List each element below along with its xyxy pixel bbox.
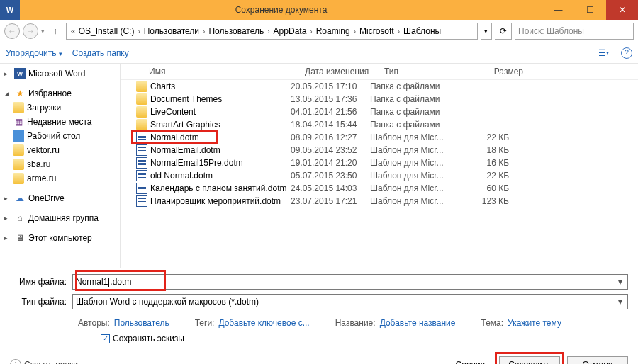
file-row[interactable]: Планировщик мероприятий.dotm23.07.2015 1… xyxy=(121,195,638,207)
file-row[interactable]: Document Themes13.05.2015 17:36Папка с ф… xyxy=(121,93,638,106)
window-title: Сохранение документа xyxy=(20,5,542,15)
filename-input[interactable]: Normal1.dotm ▾ xyxy=(72,274,628,290)
sidebar-item-thispc[interactable]: ▸🖥Этот компьютер xyxy=(0,231,120,245)
sidebar-item-desktop[interactable]: Рабочий стол xyxy=(0,129,120,143)
file-type: Папка с файлами xyxy=(370,120,459,130)
sidebar-item-homegroup[interactable]: ▸⌂Домашняя группа xyxy=(0,211,120,225)
maximize-button[interactable]: ☐ xyxy=(574,0,606,20)
column-name[interactable]: Имя xyxy=(149,67,305,76)
authors-label: Авторы: xyxy=(78,318,110,328)
topic-value[interactable]: Укажите тему xyxy=(508,318,561,328)
sidebar-item-downloads[interactable]: Загрузки xyxy=(0,101,120,115)
file-name: NormalEmail.dotm xyxy=(150,145,220,155)
chevron-down-icon[interactable]: ▾ xyxy=(615,276,626,288)
file-type: Шаблон для Micr... xyxy=(370,132,459,142)
sidebar-item-arme[interactable]: arme.ru xyxy=(0,171,120,186)
word-app-icon: W xyxy=(0,0,20,20)
tags-value[interactable]: Добавьте ключевое с... xyxy=(218,318,309,328)
change-view-button[interactable]: ☰ ▾ xyxy=(595,45,611,61)
column-size[interactable]: Размер xyxy=(474,67,523,76)
breadcrumb[interactable]: « OS_Install (C:)› Пользователи› Пользов… xyxy=(66,23,478,40)
authors-value[interactable]: Пользователь xyxy=(114,318,169,328)
breadcrumb-seg-6[interactable]: Шаблоны xyxy=(402,26,442,36)
topic-label: Тема: xyxy=(481,318,504,328)
chevron-right-icon: › xyxy=(396,28,402,35)
new-folder-button[interactable]: Создать папку xyxy=(72,48,129,58)
folder-icon xyxy=(13,102,24,113)
document-icon xyxy=(136,170,147,181)
chevron-right-icon: › xyxy=(265,28,272,35)
save-button[interactable]: Сохранить xyxy=(499,356,560,364)
chevron-down-icon[interactable]: ▾ xyxy=(615,296,626,307)
cancel-button[interactable]: Отмена xyxy=(567,356,628,364)
chevron-up-icon: ˄ xyxy=(10,359,21,364)
nav-forward-button[interactable]: → xyxy=(23,23,38,39)
file-row[interactable]: SmartArt Graphics18.04.2014 15:44Папка с… xyxy=(121,118,638,131)
refresh-button[interactable]: ⟳ xyxy=(495,23,512,40)
breadcrumb-seg-3[interactable]: AppData xyxy=(272,26,308,36)
service-menu[interactable]: Сервис ▾ xyxy=(456,360,491,364)
folder-icon xyxy=(13,159,24,170)
breadcrumb-seg-2[interactable]: Пользователь xyxy=(207,26,265,36)
search-input[interactable]: Поиск: Шаблоны xyxy=(515,23,634,40)
file-date: 08.09.2016 12:27 xyxy=(291,132,370,142)
save-thumbnails-label[interactable]: Сохранять эскизы xyxy=(113,334,184,343)
tags-label: Теги: xyxy=(195,318,215,328)
column-type[interactable]: Тип xyxy=(384,67,474,76)
file-type: Шаблон для Micr... xyxy=(370,183,459,193)
file-row[interactable]: Календарь с планом занятий.dotm24.05.201… xyxy=(121,182,638,195)
file-row[interactable]: Normal.dotm08.09.2016 12:27Шаблон для Mi… xyxy=(121,131,638,144)
document-icon xyxy=(136,183,147,194)
breadcrumb-seg-5[interactable]: Microsoft xyxy=(358,26,396,36)
file-size: 22 КБ xyxy=(459,171,509,181)
filetype-select[interactable]: Шаблон Word с поддержкой макросов (*.dot… xyxy=(72,294,628,309)
folder-icon xyxy=(136,106,147,118)
folder-icon xyxy=(136,93,147,105)
nav-back-button[interactable]: ← xyxy=(4,23,20,39)
chevron-right-icon: › xyxy=(201,28,207,35)
recent-icon: ▦ xyxy=(13,116,24,127)
breadcrumb-seg-1[interactable]: Пользователи xyxy=(142,26,201,36)
minimize-button[interactable]: — xyxy=(542,0,574,20)
file-row[interactable]: NormalEmail.dotm09.05.2014 23:52Шаблон д… xyxy=(121,144,638,157)
breadcrumb-prefix: « xyxy=(69,26,77,36)
sidebar-item-vektor[interactable]: vektor.ru xyxy=(0,143,120,157)
file-date: 05.07.2015 23:50 xyxy=(291,171,370,181)
homegroup-icon: ⌂ xyxy=(14,212,26,224)
file-name: Календарь с планом занятий.dotm xyxy=(150,183,287,193)
file-list: Имя Дата изменения Тип Размер Charts20.0… xyxy=(121,64,638,268)
file-row[interactable]: LiveContent04.01.2014 21:56Папка с файла… xyxy=(121,106,638,118)
breadcrumb-dropdown[interactable]: ▾ xyxy=(481,23,492,40)
sidebar-item-recent[interactable]: ▦Недавние места xyxy=(0,115,120,129)
title-label: Название: xyxy=(335,318,376,328)
save-thumbnails-checkbox[interactable]: ✓ xyxy=(101,334,110,343)
column-date[interactable]: Дата изменения xyxy=(305,67,384,76)
filename-text-before: Normal1 xyxy=(76,277,108,287)
close-button[interactable]: ✕ xyxy=(606,0,638,20)
filetype-label: Тип файла: xyxy=(10,297,72,307)
nav-up-button[interactable]: ↑ xyxy=(47,23,63,39)
cloud-icon: ☁ xyxy=(14,193,26,204)
sidebar-item-word[interactable]: ▸WMicrosoft Word xyxy=(0,67,120,81)
file-name: Charts xyxy=(150,81,175,91)
title-value[interactable]: Добавьте название xyxy=(380,318,456,328)
file-row[interactable]: old Normal.dotm05.07.2015 23:50Шаблон дл… xyxy=(121,169,638,182)
file-row[interactable]: NormalEmail15Pre.dotm19.01.2014 21:20Шаб… xyxy=(121,157,638,169)
file-date: 04.01.2014 21:56 xyxy=(291,107,370,117)
chevron-right-icon: › xyxy=(135,28,142,35)
file-date: 20.05.2015 17:10 xyxy=(291,81,370,91)
breadcrumb-seg-4[interactable]: Roaming xyxy=(315,26,352,36)
breadcrumb-seg-0[interactable]: OS_Install (C:) xyxy=(77,26,136,36)
recent-locations-dropdown[interactable]: ▾ xyxy=(41,28,45,35)
folder-icon xyxy=(136,81,147,92)
file-date: 18.04.2014 15:44 xyxy=(291,120,370,130)
file-type: Шаблон для Micr... xyxy=(370,196,459,206)
sidebar-item-sba[interactable]: sba.ru xyxy=(0,157,120,171)
help-button[interactable]: ? xyxy=(621,47,632,59)
hide-folders-button[interactable]: ˄Скрыть папки xyxy=(10,359,78,364)
organize-menu[interactable]: Упорядочить ▾ xyxy=(6,48,62,58)
file-row[interactable]: Charts20.05.2015 17:10Папка с файлами xyxy=(121,80,638,93)
sidebar-item-favorites[interactable]: ◢★Избранное xyxy=(0,86,120,101)
sidebar-item-onedrive[interactable]: ▸☁OneDrive xyxy=(0,191,120,205)
file-type: Шаблон для Micr... xyxy=(370,145,459,155)
